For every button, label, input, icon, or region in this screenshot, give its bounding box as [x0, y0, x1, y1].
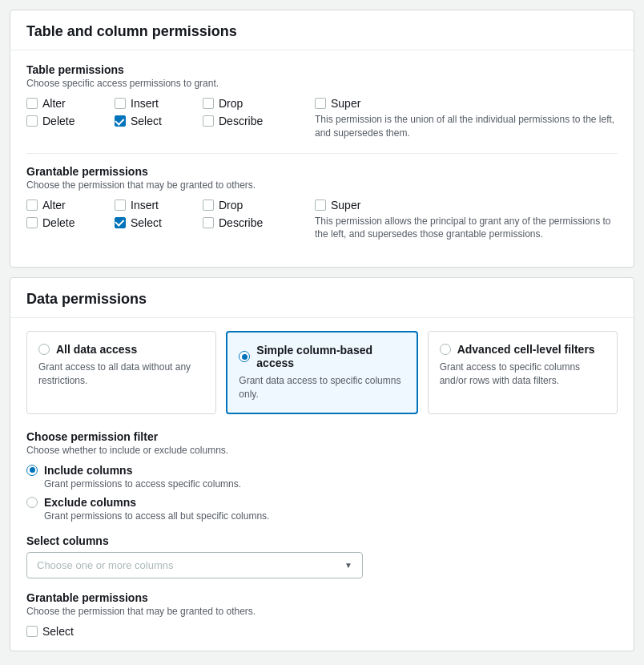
grantable-permissions-section: Grantable permissions Choose the permiss… [26, 165, 618, 242]
card-simple-column[interactable]: Simple column-based access Grant data ac… [226, 331, 417, 414]
card-all-data[interactable]: All data access Grant access to all data… [26, 331, 216, 414]
table-column-permissions-panel: Table and column permissions Table permi… [10, 10, 634, 268]
label-gp-alter: Alter [42, 199, 66, 212]
table-super-box: Super This permission is the union of al… [291, 97, 618, 140]
desc-exclude-columns: Grant permissions to access all but spec… [44, 510, 618, 522]
table-permissions-title: Table permissions [26, 63, 618, 76]
permission-item-alter[interactable]: Alter [26, 97, 115, 110]
permission-item-drop[interactable]: Drop [203, 97, 291, 110]
card-advanced-cell-header: Advanced cell-level filters [440, 343, 606, 356]
select-columns-label: Select columns [26, 534, 618, 547]
grantable-item-describe[interactable]: Describe [203, 216, 291, 229]
checkbox-gp-alter[interactable] [26, 200, 38, 211]
radio-simple-column[interactable] [239, 351, 250, 362]
checkbox-gp-delete[interactable] [26, 217, 38, 228]
grantable-permissions-left: Alter Insert Drop Delete [26, 199, 291, 229]
filter-option-include: Include columns Grant permissions to acc… [26, 464, 618, 490]
label-gp-drop: Drop [219, 199, 243, 212]
permission-item-select[interactable]: Select [115, 115, 203, 127]
checkbox-tp-select[interactable] [115, 115, 126, 127]
label-tp-super: Super [331, 97, 360, 110]
permission-filter-section: Choose permission filter Choose whether … [26, 430, 618, 522]
card-all-data-header: All data access [38, 343, 204, 356]
table-permissions-grid: Alter Insert Drop Delete [26, 97, 618, 140]
select-columns-section: Select columns Choose one or more column… [26, 534, 618, 578]
card-simple-column-desc: Grant data access to specific columns on… [239, 374, 405, 401]
panel-title: Table and column permissions [26, 23, 618, 40]
label-tp-describe: Describe [219, 115, 263, 127]
card-simple-column-header: Simple column-based access [239, 344, 405, 369]
label-gp-insert: Insert [131, 199, 159, 212]
label-gp-delete: Delete [42, 216, 74, 229]
data-panel-body: All data access Grant access to all data… [10, 318, 634, 651]
super-desc: This permission is the union of all the … [315, 113, 618, 140]
grantable-item-alter[interactable]: Alter [26, 199, 115, 212]
dropdown-arrow-icon: ▼ [344, 561, 352, 570]
permission-item-describe[interactable]: Describe [203, 115, 291, 127]
label-dp-gp-select: Select [42, 625, 74, 638]
checkbox-tp-super[interactable] [315, 98, 326, 109]
radio-exclude-columns[interactable] [26, 497, 38, 508]
checkbox-gp-insert[interactable] [115, 200, 126, 211]
label-exclude-columns: Exclude columns [44, 496, 136, 509]
table-permissions-section: Table permissions Choose specific access… [26, 63, 618, 140]
checkbox-gp-super[interactable] [315, 200, 326, 211]
permission-item-insert[interactable]: Insert [115, 97, 203, 110]
grantable-item-insert[interactable]: Insert [115, 199, 203, 212]
filter-option-exclude-header: Exclude columns [26, 496, 618, 509]
grantable-item-drop[interactable]: Drop [203, 199, 291, 212]
grantable-super-box: Super This permission allows the princip… [291, 199, 618, 242]
grantable-super-label-row: Super [315, 199, 618, 212]
data-access-cards: All data access Grant access to all data… [26, 331, 618, 414]
label-gp-describe: Describe [219, 216, 263, 229]
checkbox-tp-describe[interactable] [203, 115, 214, 127]
grantable-item-select[interactable]: Select [115, 216, 203, 229]
label-tp-drop: Drop [219, 97, 243, 110]
columns-dropdown[interactable]: Choose one or more columns ▼ [26, 552, 363, 578]
checkbox-gp-describe[interactable] [203, 217, 214, 228]
checkbox-tp-delete[interactable] [26, 115, 38, 127]
radio-advanced-cell[interactable] [440, 344, 451, 355]
super-label-row: Super [315, 97, 618, 110]
data-panel-title: Data permissions [26, 291, 618, 308]
checkbox-dp-gp-select[interactable] [26, 626, 38, 637]
radio-all-data[interactable] [38, 344, 50, 355]
label-tp-insert: Insert [131, 97, 159, 110]
radio-include-columns[interactable] [26, 465, 38, 476]
divider-1 [26, 153, 618, 154]
grantable-permissions-grid: Alter Insert Drop Delete [26, 199, 618, 242]
label-tp-delete: Delete [42, 115, 74, 127]
permission-filter-desc: Choose whether to include or exclude col… [26, 445, 618, 456]
data-grantable-select-item[interactable]: Select [26, 625, 618, 638]
label-tp-select: Select [131, 115, 162, 127]
grantable-permissions-desc: Choose the permission that may be grante… [26, 179, 618, 191]
permission-item-delete[interactable]: Delete [26, 115, 115, 127]
card-advanced-cell-title: Advanced cell-level filters [457, 343, 595, 356]
data-panel-header: Data permissions [10, 278, 634, 318]
desc-include-columns: Grant permissions to access specific col… [44, 478, 618, 490]
panel-header: Table and column permissions [10, 10, 634, 50]
label-include-columns: Include columns [44, 464, 132, 477]
checkbox-tp-alter[interactable] [26, 98, 38, 109]
label-gp-select: Select [131, 216, 162, 229]
card-advanced-cell-desc: Grant access to specific columns and/or … [440, 361, 606, 388]
card-simple-column-title: Simple column-based access [256, 344, 405, 369]
panel-body: Table permissions Choose specific access… [10, 50, 634, 267]
checkbox-tp-insert[interactable] [115, 98, 126, 109]
data-grantable-title: Grantable permissions [26, 591, 618, 604]
grantable-item-delete[interactable]: Delete [26, 216, 115, 229]
grantable-super-desc: This permission allows the principal to … [315, 215, 618, 242]
card-advanced-cell[interactable]: Advanced cell-level filters Grant access… [428, 331, 618, 414]
grantable-permissions-title: Grantable permissions [26, 165, 618, 178]
checkbox-gp-drop[interactable] [203, 200, 214, 211]
card-all-data-title: All data access [56, 343, 137, 356]
label-gp-super: Super [331, 199, 360, 212]
label-tp-alter: Alter [42, 97, 66, 110]
data-grantable-desc: Choose the permission that may be grante… [26, 606, 618, 617]
data-permissions-panel: Data permissions All data access Grant a… [10, 277, 634, 651]
filter-option-exclude: Exclude columns Grant permissions to acc… [26, 496, 618, 522]
permission-filter-title: Choose permission filter [26, 430, 618, 443]
checkbox-tp-drop[interactable] [203, 98, 214, 109]
columns-dropdown-placeholder: Choose one or more columns [37, 559, 174, 571]
checkbox-gp-select[interactable] [115, 217, 126, 228]
